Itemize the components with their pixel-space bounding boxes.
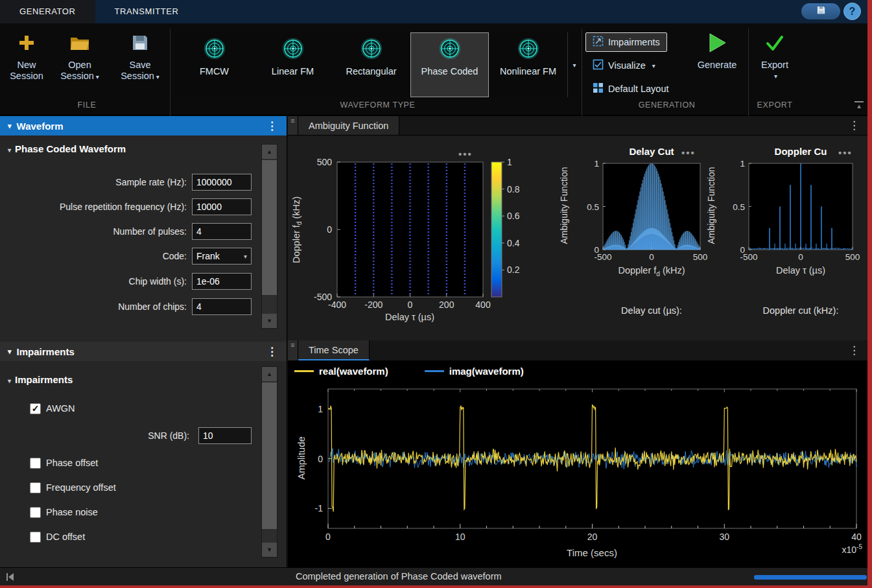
waveform-type-fmcw[interactable]: FMCW	[175, 32, 253, 97]
imag-legend-swatch	[425, 370, 444, 372]
impairments-panel-body: ▾Impairments AWGN SNR (dB): Phase offset…	[0, 361, 287, 567]
tab-transmitter[interactable]: TRANSMITTER	[95, 0, 198, 23]
waveform-type-rectangular[interactable]: Rectangular	[332, 32, 410, 97]
chip-width-input[interactable]	[192, 273, 252, 290]
titlebar: GENERATOR TRANSMITTER	[0, 0, 867, 23]
waveform-type-linear-fm[interactable]: Linear FM	[253, 32, 332, 97]
impairments-panel-header[interactable]: ▾ Impairments ⋮	[0, 342, 287, 361]
default-layout-button[interactable]: Default Layout	[585, 79, 676, 99]
tab-time-scope[interactable]: Time Scope	[298, 340, 370, 360]
waveform-type-phase-coded[interactable]: Phase Coded	[410, 32, 489, 97]
tab-ambiguity-function[interactable]: Ambiguity Function	[298, 116, 399, 135]
prf-input[interactable]	[192, 198, 252, 215]
phase-noise-label: Phase noise	[46, 507, 98, 517]
phase-noise-checkbox-row[interactable]: Phase noise	[30, 504, 98, 521]
svg-text:500: 500	[845, 252, 860, 262]
time-scope-xlabel: Time (secs)	[527, 547, 657, 558]
waveform-type-nonlinear-fm[interactable]: Nonlinear FM	[489, 32, 567, 97]
scrollbar-thumb[interactable]	[262, 160, 277, 295]
real-legend-swatch	[294, 370, 314, 372]
phase-offset-checkbox-row[interactable]: Phase offset	[30, 454, 98, 471]
snr-input[interactable]	[198, 427, 252, 444]
gallery-expand-button[interactable]: ▾	[567, 32, 579, 97]
plot-menu-icon[interactable]: •••	[831, 147, 860, 158]
visualize-button[interactable]: Visualize ▾	[585, 56, 663, 75]
open-session-button[interactable]: Open Session▾	[54, 30, 105, 102]
svg-text:-1: -1	[315, 503, 324, 513]
svg-text:500: 500	[693, 252, 708, 262]
waveform-panel-header[interactable]: ▾ Waveform ⋮	[0, 116, 287, 135]
file-section-label: FILE	[0, 100, 174, 110]
generation-section-label: GENERATION	[585, 100, 748, 110]
visualize-label: Visualize	[608, 60, 646, 71]
frequency-offset-label: Frequency offset	[46, 482, 116, 493]
phase-noise-checkbox[interactable]	[30, 507, 41, 518]
radar-waveform-icon	[204, 38, 226, 62]
gallery-item-label: Rectangular	[346, 66, 396, 77]
frequency-offset-checkbox[interactable]	[30, 482, 41, 493]
export-button[interactable]: Export ▾	[751, 30, 799, 102]
scroll-down-button[interactable]: ▼	[262, 543, 277, 557]
num-chips-input[interactable]	[192, 298, 252, 315]
doppler-cut-xlabel: Delay τ (µs)	[736, 265, 866, 276]
prf-label: Pulse repetition frequency (Hz):	[6, 198, 187, 215]
tab-generator[interactable]: GENERATOR	[0, 0, 95, 23]
go-to-start-icon[interactable]	[5, 572, 16, 584]
dc-offset-checkbox-row[interactable]: DC offset	[30, 528, 85, 545]
impairments-toggle-button[interactable]: Impairments	[585, 32, 667, 52]
doppler-cut-caption: Doppler cut (kHz):	[736, 305, 866, 316]
plot-menu-icon[interactable]: •••	[674, 147, 703, 158]
waveform-scrollbar[interactable]: ▲ ▼	[261, 144, 277, 329]
generate-play-icon	[707, 30, 727, 56]
collapse-toolstrip-icon[interactable]: ▴	[854, 101, 864, 109]
default-layout-label: Default Layout	[608, 84, 669, 94]
help-button[interactable]: ?	[843, 3, 861, 20]
open-session-label2: Session▾	[60, 71, 99, 82]
code-dropdown[interactable]: Frank ▾	[192, 248, 252, 265]
svg-text:0.5: 0.5	[733, 202, 745, 212]
scroll-down-button[interactable]: ▼	[262, 314, 277, 328]
save-session-button[interactable]: Save Session▾	[114, 30, 166, 102]
panel-grip-icon[interactable]: ≡	[288, 340, 298, 360]
phase-offset-checkbox[interactable]	[30, 458, 41, 469]
chevron-down-icon: ▾	[244, 253, 247, 260]
awgn-checkbox-row[interactable]: AWGN	[30, 400, 75, 417]
svg-text:0: 0	[327, 224, 332, 235]
scroll-up-button[interactable]: ▲	[262, 145, 277, 159]
layout-grid-icon	[593, 82, 604, 95]
plot-menu-icon[interactable]: •••	[451, 148, 480, 159]
snr-row: SNR (dB):	[0, 427, 259, 444]
new-session-icon	[17, 30, 36, 56]
panel-menu-icon[interactable]: ⋮	[266, 119, 277, 133]
status-message: Completed generation of Phase Coded wave…	[296, 568, 502, 585]
svg-text:0: 0	[649, 252, 654, 262]
new-session-button[interactable]: New Session	[4, 30, 49, 102]
save-session-icon	[131, 30, 149, 56]
quick-save-button[interactable]	[801, 3, 840, 19]
panel-grip-icon[interactable]: ≡	[288, 116, 298, 135]
open-folder-icon	[69, 30, 90, 56]
sample-rate-input[interactable]	[192, 174, 252, 191]
progress-bar	[754, 575, 867, 580]
dc-offset-checkbox[interactable]	[30, 532, 41, 543]
svg-text:-200: -200	[364, 300, 383, 310]
num-pulses-input[interactable]	[192, 223, 252, 240]
time-scope-xscale: x10-5	[813, 543, 862, 555]
awgn-label: AWGN	[46, 403, 75, 414]
document-menu-icon[interactable]: ⋮	[849, 344, 860, 357]
waveform-type-gallery: FMCW Linear FM Rectangular Phase Coded N…	[175, 32, 580, 97]
panel-menu-icon[interactable]: ⋮	[266, 345, 277, 359]
awgn-checkbox[interactable]	[30, 403, 41, 414]
svg-text:10: 10	[455, 532, 465, 542]
num-pulses-label: Number of pulses:	[6, 223, 187, 240]
impairments-scrollbar[interactable]: ▲ ▼	[261, 366, 277, 558]
field-row: Chip width (s):	[0, 273, 259, 290]
svg-text:0: 0	[408, 300, 413, 310]
time-scope-ylabel: Amplitude	[296, 394, 307, 523]
generate-button[interactable]: Generate	[689, 30, 746, 102]
scroll-up-button[interactable]: ▲	[262, 367, 277, 381]
impairments-section-title: ▾Impairments	[8, 374, 73, 385]
document-menu-icon[interactable]: ⋮	[849, 119, 860, 132]
scrollbar-thumb[interactable]	[262, 382, 277, 529]
frequency-offset-checkbox-row[interactable]: Frequency offset	[30, 479, 116, 496]
